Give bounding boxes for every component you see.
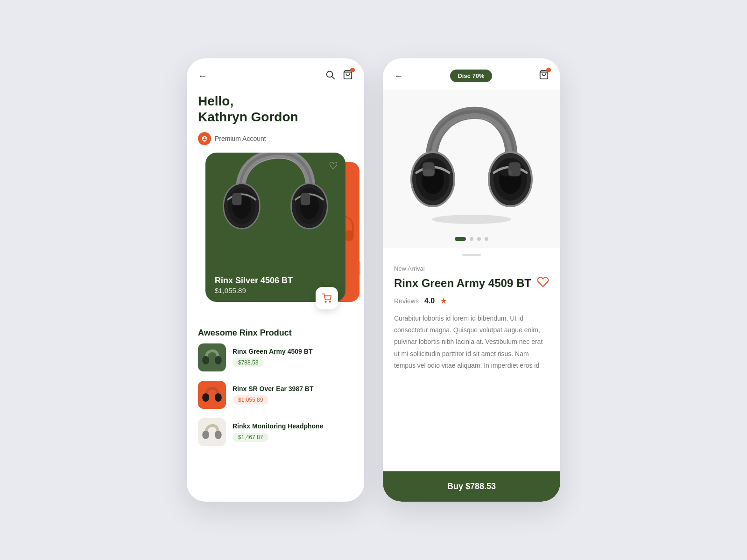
right-cart-badge [546, 68, 551, 72]
rating-score: 4.0 [424, 297, 435, 305]
large-product-image [406, 104, 537, 234]
new-arrival-tag: New Arrival [394, 265, 549, 272]
svg-point-15 [329, 301, 331, 302]
product-details-3: Rinkx Monitoring Headphone $1,467.87 [233, 422, 353, 442]
svg-point-17 [215, 356, 222, 364]
reviews-label: Reviews [394, 297, 419, 305]
svg-point-35 [500, 169, 512, 176]
product-thumb-icon-1 [200, 346, 224, 369]
product-price-1: $788.53 [233, 358, 264, 367]
product-details-2: Rinx SR Over Ear 3987 BT $1,055.89 [233, 385, 353, 405]
image-dots [455, 237, 488, 241]
dot-3[interactable] [477, 237, 481, 241]
svg-point-23 [432, 215, 511, 224]
discount-badge: Disc 70% [450, 70, 492, 82]
right-cart-button[interactable] [539, 70, 549, 82]
product-thumb-1 [198, 343, 226, 371]
svg-rect-12 [232, 193, 241, 205]
dot-1[interactable] [455, 237, 466, 241]
svg-point-14 [325, 301, 326, 302]
premium-icon [198, 132, 211, 145]
svg-point-18 [202, 393, 209, 402]
featured-card-area: ♡ [196, 153, 355, 311]
greeting-section: Hello, Kathryn Gordon [187, 88, 364, 128]
buy-button[interactable]: Buy $788.53 [383, 471, 560, 502]
featured-product-card: ♡ [205, 153, 345, 302]
cart-float-icon [322, 294, 331, 303]
left-phone: ← Hello, Kathryn Gordon [187, 58, 364, 502]
star-icon: ★ [440, 296, 447, 305]
product-title-row: Rinx Green Army 4509 BT [394, 276, 549, 291]
product-price-2: $1,055.89 [233, 395, 268, 405]
cart-badge [350, 68, 355, 72]
product-thumb-icon-2 [200, 383, 224, 406]
product-item-2[interactable]: Rinx SR Over Ear 3987 BT $1,055.89 [198, 381, 353, 409]
svg-point-19 [215, 393, 222, 402]
product-detail-section: New Arrival Rinx Green Army 4509 BT Revi… [383, 256, 560, 381]
premium-badge: Premium Account [187, 128, 364, 153]
wishlist-button[interactable] [537, 276, 549, 291]
product-thumb-2 [198, 381, 226, 409]
right-back-button[interactable]: ← [394, 70, 403, 81]
product-thumb-icon-3 [200, 420, 224, 444]
dot-4[interactable] [485, 237, 488, 241]
right-product-name: Rinx Green Army 4509 BT [394, 277, 531, 290]
wishlist-heart-icon [537, 276, 549, 288]
svg-point-21 [215, 431, 222, 439]
header-icons [325, 70, 353, 82]
search-icon [325, 70, 335, 80]
svg-line-1 [332, 77, 334, 79]
featured-product-name: Rinx Silver 4506 BT [215, 276, 336, 286]
left-header: ← [187, 58, 364, 88]
product-name-3: Rinkx Monitoring Headphone [233, 422, 353, 430]
back-button[interactable]: ← [198, 70, 207, 81]
premium-text: Premium Account [215, 135, 266, 142]
section-title: Awesome Rinx Product [187, 311, 364, 343]
cart-button[interactable] [343, 70, 353, 82]
product-name-2: Rinx SR Over Ear 3987 BT [233, 385, 353, 392]
greeting-hello: Hello, Kathryn Gordon [198, 93, 353, 125]
svg-point-3 [204, 137, 205, 139]
right-header: ← Disc 70% [383, 58, 560, 82]
product-price-3: $1,467.87 [233, 433, 268, 442]
right-phone: ← Disc 70% [383, 58, 560, 502]
featured-product-image [215, 153, 336, 255]
dot-2[interactable] [470, 237, 473, 241]
search-button[interactable] [325, 70, 335, 82]
product-thumb-3 [198, 418, 226, 446]
svg-point-34 [423, 169, 434, 176]
reviews-row: Reviews 4.0 ★ [394, 296, 549, 305]
headphone-svg [215, 153, 336, 247]
product-item-1[interactable]: Rinx Green Army 4509 BT $788.53 [198, 343, 353, 371]
large-headphone-svg [406, 104, 537, 225]
svg-point-20 [202, 431, 209, 439]
product-image-area [383, 90, 560, 248]
svg-rect-13 [301, 193, 310, 205]
featured-heart-button[interactable]: ♡ [329, 160, 338, 172]
product-list: Rinx Green Army 4509 BT $788.53 Rinx SR … [187, 343, 364, 446]
product-details-1: Rinx Green Army 4509 BT $788.53 [233, 348, 353, 367]
product-name-1: Rinx Green Army 4509 BT [233, 348, 353, 355]
product-description: Curabitur lobortis id lorem id bibendum.… [394, 313, 549, 371]
svg-point-16 [202, 356, 209, 364]
product-item-3[interactable]: Rinkx Monitoring Headphone $1,467.87 [198, 418, 353, 446]
add-to-cart-button[interactable] [316, 287, 338, 309]
shield-icon [201, 135, 208, 142]
